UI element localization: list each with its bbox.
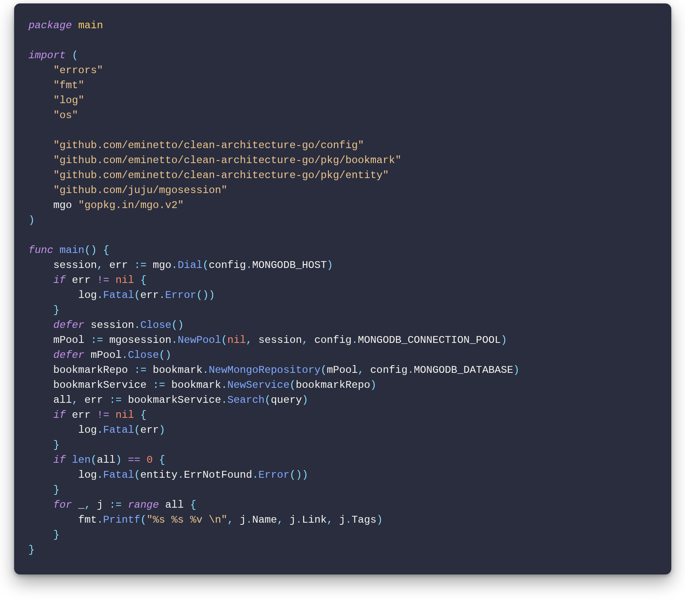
kw-import: import	[29, 50, 66, 61]
import-fmt: "fmt"	[54, 80, 85, 91]
import-log: "log"	[54, 95, 85, 106]
fn-search: Search	[227, 394, 265, 406]
import-mgo: "gopkg.in/mgo.v2"	[78, 199, 184, 211]
kw-for: for	[54, 499, 72, 511]
fn-main: main	[60, 244, 84, 256]
import-config: "github.com/eminetto/clean-architecture-…	[54, 140, 364, 151]
import-alias-mgo: mgo	[54, 199, 72, 211]
fn-newservice: NewService	[227, 379, 289, 391]
code-block: package main import ( "errors" "fmt" "lo…	[29, 18, 657, 557]
pkg-name: main	[78, 20, 103, 31]
fn-fatal: Fatal	[103, 289, 134, 301]
import-entity: "github.com/eminetto/clean-architecture-…	[54, 170, 389, 181]
code-card: package main import ( "errors" "fmt" "lo…	[14, 3, 671, 574]
kw-defer: defer	[54, 319, 85, 331]
kw-range: range	[128, 499, 159, 511]
import-errors: "errors"	[54, 65, 103, 76]
kw-func: func	[29, 244, 54, 256]
fn-newmongorepo: NewMongoRepository	[208, 364, 320, 376]
fn-len: len	[72, 454, 91, 466]
fn-printf: Printf	[103, 514, 140, 526]
import-mgosession: "github.com/juju/mgosession"	[54, 185, 227, 196]
import-bookmark: "github.com/eminetto/clean-architecture-…	[54, 155, 402, 166]
kw-package: package	[29, 20, 72, 31]
kw-if: if	[54, 274, 66, 286]
import-os: "os"	[54, 110, 78, 121]
fn-dial: Dial	[178, 259, 203, 271]
fn-newpool: NewPool	[178, 334, 221, 346]
